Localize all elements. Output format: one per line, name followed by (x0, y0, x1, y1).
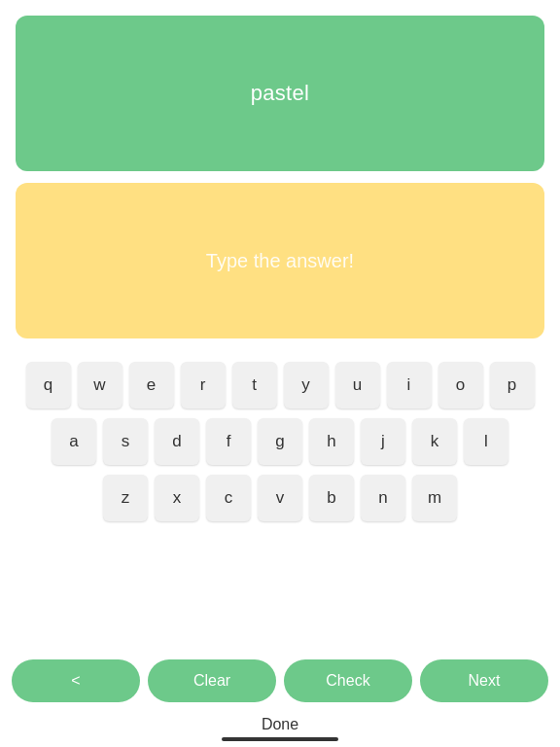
back-button[interactable]: < (12, 659, 140, 702)
answer-card[interactable]: Type the answer! (16, 183, 544, 338)
keyboard-row-3: z x c v b n m (103, 475, 457, 521)
key-i[interactable]: i (387, 362, 432, 409)
clear-button[interactable]: Clear (148, 659, 276, 702)
key-p[interactable]: p (490, 362, 535, 409)
answer-placeholder: Type the answer! (206, 250, 354, 272)
key-b[interactable]: b (309, 475, 354, 521)
key-j[interactable]: j (361, 418, 405, 465)
key-t[interactable]: t (232, 362, 277, 409)
keyboard-row-1: q w e r t y u i o p (26, 362, 535, 409)
main-content: pastel Type the answer! q w e r t y u i … (0, 0, 560, 648)
done-label: Done (262, 716, 298, 733)
key-l[interactable]: l (464, 418, 508, 465)
key-d[interactable]: d (155, 418, 199, 465)
key-y[interactable]: y (284, 362, 329, 409)
key-e[interactable]: e (129, 362, 174, 409)
key-n[interactable]: n (361, 475, 405, 521)
key-h[interactable]: h (309, 418, 354, 465)
key-q[interactable]: q (26, 362, 71, 409)
key-x[interactable]: x (155, 475, 199, 521)
next-button[interactable]: Next (420, 659, 548, 702)
key-u[interactable]: u (335, 362, 380, 409)
key-r[interactable]: r (181, 362, 226, 409)
keyboard-area: q w e r t y u i o p a s d f g h j k l z … (16, 362, 544, 521)
key-k[interactable]: k (412, 418, 457, 465)
key-s[interactable]: s (103, 418, 148, 465)
word-card: pastel (16, 16, 544, 171)
key-o[interactable]: o (438, 362, 483, 409)
key-v[interactable]: v (258, 475, 302, 521)
key-a[interactable]: a (52, 418, 96, 465)
key-z[interactable]: z (103, 475, 148, 521)
key-g[interactable]: g (258, 418, 302, 465)
key-m[interactable]: m (412, 475, 457, 521)
check-button[interactable]: Check (284, 659, 412, 702)
key-w[interactable]: w (78, 362, 122, 409)
done-bar[interactable]: Done (0, 702, 560, 747)
bottom-toolbar: < Clear Check Next (0, 648, 560, 702)
done-bar-indicator (222, 737, 338, 741)
keyboard-row-2: a s d f g h j k l (52, 418, 508, 465)
key-f[interactable]: f (206, 418, 251, 465)
key-c[interactable]: c (206, 475, 251, 521)
word-card-text: pastel (251, 81, 310, 106)
